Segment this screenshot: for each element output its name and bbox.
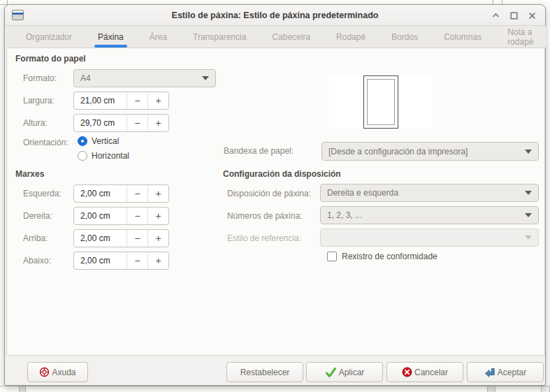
section-title-paper-format: Formato do papel (15, 54, 86, 64)
margin-top-increment-button[interactable]: + (147, 230, 168, 247)
section-title-layout-settings: Configuración da disposición (223, 169, 341, 179)
margin-bottom-label: Abaixo: (23, 256, 51, 266)
section-title-margins: Marxes (15, 169, 44, 179)
margin-bottom-stepper[interactable]: 2,00 cm − + (73, 252, 169, 270)
margin-right-decrement-button[interactable]: − (126, 208, 147, 224)
margin-right-label: Dereita: (23, 211, 52, 221)
tab-cabeceira[interactable]: Cabeceira (268, 26, 314, 48)
page-preview (328, 75, 433, 129)
width-decrement-button[interactable]: − (126, 92, 147, 109)
reference-style-label: Estilo de referencia: (227, 233, 301, 243)
tab-transparencia[interactable]: Transparencia (189, 26, 249, 48)
background-window-fragment (487, 386, 495, 392)
orientation-vertical-label: Vertical (92, 136, 119, 146)
checkbox-unchecked-icon (327, 252, 337, 261)
page-preview-margins (367, 79, 395, 125)
margin-left-label: Esquerda: (23, 189, 61, 198)
paper-tray-value: [Desde a configuración da impresora] (328, 147, 525, 157)
register-true-label: Rexistro de conformidade (342, 252, 437, 261)
minimize-icon[interactable] (491, 11, 500, 20)
close-icon[interactable] (528, 11, 537, 20)
chevron-down-icon (525, 235, 532, 240)
dialog-title: Estilo de páxina: Estilo de páxina prede… (5, 10, 545, 20)
paper-format-select[interactable]: A4 (73, 69, 216, 87)
page-layout-label: Disposición de páxina: (227, 189, 311, 198)
radio-selected-icon (78, 136, 87, 146)
tab-organizador[interactable]: Organizador (22, 26, 75, 48)
page-numbers-value: 1, 2, 3, ... (327, 210, 525, 220)
radio-unselected-icon (78, 151, 87, 161)
margin-right-increment-button[interactable]: + (147, 208, 168, 224)
margin-left-increment-button[interactable]: + (147, 185, 168, 202)
background-window-fragment (19, 386, 26, 392)
page-numbers-label: Números de páxina: (227, 211, 302, 221)
maximize-icon[interactable] (509, 11, 519, 20)
page-tab-panel: Formato do papel Formato: A4 Largura: 21… (6, 48, 545, 356)
margin-left-decrement-button[interactable]: − (126, 185, 147, 202)
page-layout-select[interactable]: Dereita e esquerda (320, 184, 539, 202)
height-decrement-button[interactable]: − (126, 115, 147, 131)
tab-rodape[interactable]: Rodapé (333, 26, 369, 48)
height-label: Altura: (23, 118, 48, 128)
chevron-down-icon (525, 150, 532, 154)
margin-top-decrement-button[interactable]: − (126, 230, 147, 247)
reference-style-select (320, 228, 539, 247)
tab-bar: Organizador Páxina Área Transparencia Ca… (6, 26, 546, 48)
ok-button[interactable]: Aceptar (467, 362, 544, 382)
margin-bottom-increment-button[interactable]: + (147, 252, 168, 269)
tab-nota-a-rodape[interactable]: Nota a rodapé (504, 26, 546, 48)
format-label: Formato: (23, 73, 57, 83)
margin-right-stepper[interactable]: 2,00 cm − + (73, 207, 169, 225)
cancel-button-label: Cancelar (414, 368, 448, 377)
height-increment-button[interactable]: + (147, 115, 168, 131)
paper-tray-label: Bandexa de papel: (224, 146, 294, 156)
help-button[interactable]: Axuda (27, 362, 88, 382)
apply-button[interactable]: Aplicar (306, 362, 383, 382)
page-numbers-select[interactable]: 1, 2, 3, ... (320, 206, 539, 224)
margin-bottom-decrement-button[interactable]: − (126, 252, 147, 269)
margin-top-value[interactable]: 2,00 cm (74, 230, 126, 247)
width-value[interactable]: 21,00 cm (74, 92, 126, 109)
margin-top-label: Arriba: (23, 233, 48, 243)
height-stepper[interactable]: 29,70 cm − + (73, 114, 169, 132)
background-window-fragment (541, 386, 550, 392)
orientation-label: Orientación: (23, 138, 68, 147)
desktop: Estilo de páxina: Estilo de páxina prede… (0, 0, 550, 392)
height-value[interactable]: 29,70 cm (74, 115, 126, 131)
margin-left-stepper[interactable]: 2,00 cm − + (73, 184, 169, 203)
page-preview-sheet (363, 75, 398, 129)
width-increment-button[interactable]: + (147, 92, 168, 109)
tab-bordos[interactable]: Bordos (388, 26, 421, 48)
orientation-horizontal-radio[interactable]: Horizontal (78, 151, 129, 161)
chevron-down-icon (525, 191, 532, 195)
help-button-label: Axuda (52, 368, 75, 377)
chevron-down-icon (202, 76, 209, 80)
paper-tray-select[interactable]: [Desde a configuración da impresora] (321, 142, 539, 161)
ok-button-label: Aceptar (498, 368, 526, 377)
width-stepper[interactable]: 21,00 cm − + (73, 92, 169, 110)
reset-button[interactable]: Restabelecer (226, 362, 303, 382)
tab-columnas[interactable]: Columnas (440, 26, 485, 48)
orientation-vertical-radio[interactable]: Vertical (78, 136, 119, 146)
reset-button-label: Restabelecer (240, 368, 290, 377)
ok-arrow-icon (484, 367, 495, 377)
margin-top-stepper[interactable]: 2,00 cm − + (73, 229, 169, 247)
page-layout-value: Dereita e esquerda (327, 188, 525, 198)
tab-paxina[interactable]: Páxina (94, 26, 127, 48)
register-true-checkbox[interactable]: Rexistro de conformidade (322, 252, 437, 261)
checkmark-icon (325, 367, 337, 378)
orientation-horizontal-label: Horizontal (92, 151, 129, 161)
cancel-x-icon (402, 367, 412, 377)
page-style-dialog: Estilo de páxina: Estilo de páxina prede… (4, 4, 546, 386)
margin-left-value[interactable]: 2,00 cm (74, 185, 126, 202)
width-label: Largura: (23, 96, 55, 106)
chevron-down-icon (525, 213, 532, 217)
margin-right-value[interactable]: 2,00 cm (74, 208, 126, 224)
paper-format-value: A4 (80, 73, 202, 83)
titlebar[interactable]: Estilo de páxina: Estilo de páxina prede… (5, 5, 545, 26)
cancel-button[interactable]: Cancelar (386, 362, 463, 382)
tab-area[interactable]: Área (146, 26, 171, 48)
margin-bottom-value[interactable]: 2,00 cm (74, 252, 126, 269)
apply-button-label: Aplicar (339, 368, 365, 377)
help-icon (39, 367, 50, 377)
